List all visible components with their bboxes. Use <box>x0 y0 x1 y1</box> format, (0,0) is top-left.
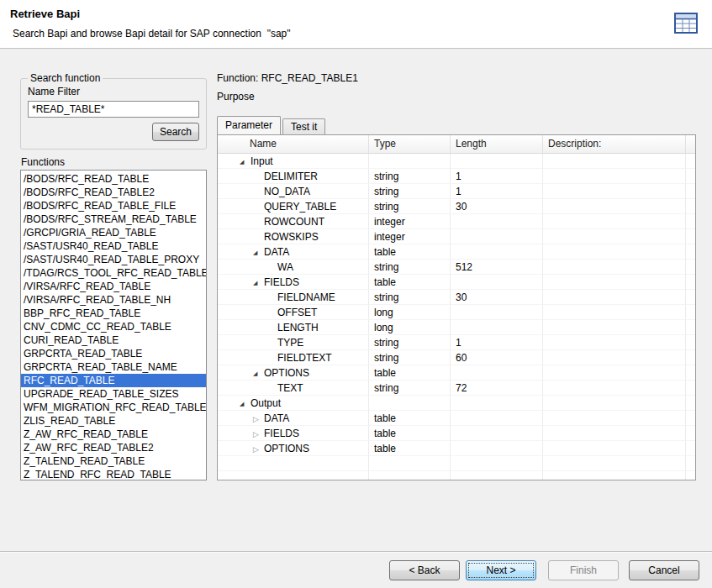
param-length <box>451 320 543 335</box>
next-button[interactable]: Next > <box>466 560 536 580</box>
function-list-item[interactable]: /TDAG/RCS_TOOL_RFC_READ_TABLE <box>21 266 206 280</box>
row-filler <box>686 214 695 229</box>
param-type: integer <box>369 214 451 229</box>
empty-cell <box>369 471 451 480</box>
param-description <box>543 320 686 335</box>
row-filler <box>686 320 695 335</box>
expand-icon[interactable]: ▷ <box>253 412 264 426</box>
param-name: FIELDNAME <box>277 291 335 303</box>
collapse-icon[interactable]: ◢ <box>240 396 251 411</box>
function-list-item[interactable]: /BODS/RFC_STREAM_READ_TABLE <box>21 213 206 226</box>
cancel-button[interactable]: Cancel <box>629 560 699 580</box>
param-length: 72 <box>451 381 543 396</box>
collapse-icon[interactable]: ◢ <box>253 245 264 260</box>
param-name: DATA <box>264 412 289 424</box>
function-list-item[interactable]: Z_TALEND_RFC_READ_TABLE <box>21 468 206 480</box>
param-length <box>451 426 543 441</box>
param-table-row[interactable]: NO_DATAstring1 <box>218 184 695 199</box>
param-name: DELIMITER <box>264 171 318 182</box>
function-list-item[interactable]: UPGRADE_READ_TABLE_SIZES <box>21 387 206 401</box>
param-description <box>543 184 686 199</box>
param-table-row[interactable]: LENGTHlong <box>218 320 695 335</box>
param-description <box>543 260 686 275</box>
param-description <box>543 411 686 426</box>
param-name: OPTIONS <box>264 367 309 379</box>
param-description <box>543 441 686 456</box>
tab-test-it[interactable]: Test it <box>282 118 325 134</box>
function-list-item[interactable]: /BODS/RFC_READ_TABLE_FILE <box>21 199 206 213</box>
param-table-row[interactable]: ▷FIELDStable <box>218 426 695 441</box>
function-list-item[interactable]: Z_AW_RFC_READ_TABLE <box>21 428 206 441</box>
function-list-item[interactable]: BBP_RFC_READ_TABLE <box>21 307 206 320</box>
param-table-row[interactable]: FIELDNAMEstring30 <box>218 290 695 305</box>
function-list-item[interactable]: Z_TALEND_READ_TABLE <box>21 454 206 468</box>
function-list-item[interactable]: /BODS/RFC_READ_TABLE2 <box>21 186 206 199</box>
expand-icon[interactable]: ▷ <box>253 427 264 441</box>
param-table-row[interactable]: DELIMITERstring1 <box>218 169 695 184</box>
collapse-icon[interactable]: ◢ <box>240 155 251 169</box>
function-list-item[interactable]: CNV_CDMC_CC_READ_TABLE <box>21 320 206 333</box>
param-name-cell: FIELDNAME <box>218 290 369 305</box>
row-filler <box>686 426 695 441</box>
param-table-row[interactable]: ROWSKIPSinteger <box>218 229 695 244</box>
param-name-cell: TYPE <box>218 335 369 350</box>
function-list-item[interactable]: Z_AW_RFC_READ_TABLE2 <box>21 441 206 454</box>
function-list-item[interactable]: RFC_READ_TABLE <box>21 374 206 387</box>
param-name-cell: ▷DATA <box>218 411 369 426</box>
param-description <box>543 244 686 260</box>
param-type <box>369 396 451 411</box>
param-table-row[interactable]: OFFSETlong <box>218 305 695 320</box>
param-name-cell: LENGTH <box>218 320 369 335</box>
param-table-row[interactable]: QUERY_TABLEstring30 <box>218 199 695 214</box>
param-table-row[interactable]: FIELDTEXTstring60 <box>218 350 695 365</box>
name-filter-input[interactable] <box>28 101 199 118</box>
function-list-item[interactable]: ZLIS_READ_TABLE <box>21 414 206 428</box>
param-length: 30 <box>451 199 543 214</box>
search-group-legend: Search function <box>28 72 103 84</box>
row-filler <box>686 441 695 456</box>
function-list-item[interactable]: /VIRSA/RFC_READ_TABLE_NH <box>21 293 206 307</box>
param-table-row[interactable]: TEXTstring72 <box>218 381 695 396</box>
collapse-icon[interactable]: ◢ <box>253 276 264 290</box>
param-type: table <box>369 441 451 456</box>
function-list-item[interactable]: /VIRSA/RFC_READ_TABLE <box>21 280 206 293</box>
param-length <box>451 411 543 426</box>
function-list-item[interactable]: GRPCRTA_READ_TABLE <box>21 347 206 360</box>
function-list-item[interactable]: /SAST/USR40_READ_TABLE_PROXY <box>21 253 206 266</box>
param-table-row[interactable]: WAstring512 <box>218 260 695 275</box>
param-table-row[interactable]: ◢Input <box>218 154 695 169</box>
tab-parameter[interactable]: Parameter <box>217 116 281 134</box>
function-list-item[interactable]: /SAST/USR40_READ_TABLE <box>21 239 206 253</box>
expand-icon[interactable]: ▷ <box>253 442 264 456</box>
param-description <box>543 381 686 396</box>
param-description <box>543 290 686 305</box>
column-header-description[interactable]: Description: <box>543 135 686 153</box>
function-list-item[interactable]: WFM_MIGRATION_RFC_READ_TABLE <box>21 401 206 414</box>
collapse-icon[interactable]: ◢ <box>253 366 264 381</box>
param-description <box>543 426 686 441</box>
column-header-length[interactable]: Length <box>451 135 543 153</box>
row-filler <box>686 199 695 214</box>
search-button[interactable]: Search <box>152 123 199 141</box>
function-list-item[interactable]: GRPCRTA_READ_TABLE_NAME <box>21 360 206 374</box>
column-header-type[interactable]: Type <box>369 135 451 153</box>
row-filler <box>686 305 695 320</box>
param-type: string <box>369 335 451 350</box>
back-button[interactable]: < Back <box>389 560 460 580</box>
param-description <box>543 275 686 290</box>
column-header-name[interactable]: Name <box>218 135 369 153</box>
param-table-row[interactable]: ROWCOUNTinteger <box>218 214 695 229</box>
param-table-row[interactable]: ◢DATAtable <box>218 244 695 260</box>
param-table-row[interactable]: ▷OPTIONStable <box>218 441 695 456</box>
param-name-cell: ◢Output <box>218 396 369 411</box>
param-table-row[interactable]: ◢OPTIONStable <box>218 365 695 381</box>
function-list-item[interactable]: CURI_READ_TABLE <box>21 333 206 347</box>
param-table-row[interactable]: ▷DATAtable <box>218 411 695 426</box>
param-length <box>451 214 543 229</box>
function-list-item[interactable]: /GRCPI/GRIA_READ_TABLE <box>21 226 206 239</box>
function-list-item[interactable]: /BODS/RFC_READ_TABLE <box>21 172 206 186</box>
param-table-row[interactable]: ◢Output <box>218 396 695 411</box>
param-table-row[interactable]: TYPEstring1 <box>218 335 695 350</box>
param-description <box>543 169 686 184</box>
param-table-row[interactable]: ◢FIELDStable <box>218 275 695 290</box>
